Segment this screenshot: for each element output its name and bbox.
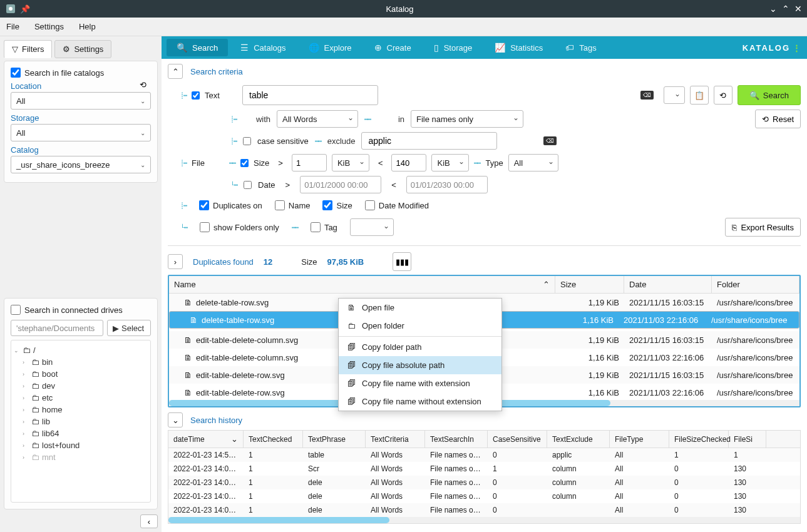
menu-file[interactable]: File bbox=[6, 22, 19, 31]
results-chart-button[interactable]: ▮▮▮ bbox=[393, 252, 411, 271]
tab-statistics[interactable]: 📈Statistics bbox=[485, 39, 553, 56]
size-from-input[interactable] bbox=[292, 154, 327, 171]
history-col[interactable]: FileSi bbox=[729, 431, 766, 448]
history-col[interactable]: TextSearchIn bbox=[425, 431, 488, 448]
filter-icon: ▽ bbox=[12, 44, 18, 54]
paste-button[interactable]: 📋 bbox=[690, 86, 709, 105]
pin-icon[interactable]: 📌 bbox=[20, 4, 30, 14]
size-to-input[interactable] bbox=[391, 154, 426, 171]
tab-storage[interactable]: ▯Storage bbox=[424, 39, 483, 56]
size-from-unit[interactable]: KiB bbox=[332, 154, 369, 171]
results-expand-button[interactable]: › bbox=[168, 254, 183, 269]
history-row[interactable]: 2022-01-23 14:04:451deleAll WordsFile na… bbox=[168, 489, 800, 503]
left-tab-settings[interactable]: ⚙Settings bbox=[54, 40, 111, 58]
plus-icon: ⊕ bbox=[374, 43, 382, 53]
history-col[interactable]: TextExclude bbox=[547, 431, 610, 448]
text-checkbox[interactable] bbox=[192, 91, 200, 100]
left-tab-filters[interactable]: ▽Filters bbox=[4, 40, 52, 58]
cm-copy-name-noext[interactable]: 🗐Copy file name without extension bbox=[339, 392, 501, 411]
search-button[interactable]: 🔍Search bbox=[738, 85, 801, 105]
folder-icon: 🗀 bbox=[31, 369, 39, 379]
reset-icon: ⟲ bbox=[762, 115, 769, 124]
history-col[interactable]: TextCriteria bbox=[366, 431, 425, 448]
folder-icon: 🗀 bbox=[31, 393, 39, 402]
maximize-button[interactable]: ⌃ bbox=[782, 4, 789, 14]
folder-tree[interactable]: ⌄🗀/ ›🗀bin ›🗀boot ›🗀dev ›🗀etc ›🗀home ›🗀li… bbox=[11, 340, 151, 503]
file-icon: 🗎 bbox=[184, 335, 192, 345]
export-results-button[interactable]: ⎘Export Results bbox=[725, 218, 801, 237]
folder-icon: 🗀 bbox=[31, 405, 39, 414]
results-size: 97,85 KiB bbox=[327, 257, 364, 267]
history-col[interactable]: FileType bbox=[610, 431, 669, 448]
type-select[interactable]: All bbox=[508, 154, 558, 171]
history-collapse-button[interactable]: ⌄ bbox=[168, 412, 183, 427]
tab-explore[interactable]: 🌐Explore bbox=[299, 39, 362, 56]
dup-date-checkbox[interactable] bbox=[365, 200, 375, 210]
dup-size-checkbox[interactable] bbox=[322, 200, 332, 210]
col-date[interactable]: Date bbox=[624, 276, 712, 293]
close-button[interactable]: ✕ bbox=[794, 4, 802, 14]
size-checkbox[interactable] bbox=[240, 159, 249, 167]
history-col[interactable]: TextPhrase bbox=[303, 431, 366, 448]
tab-search[interactable]: 🔍Search bbox=[167, 39, 228, 56]
cm-copy-name-ext[interactable]: 🗐Copy file name with extension bbox=[339, 374, 501, 392]
menu-help[interactable]: Help bbox=[79, 22, 96, 31]
col-name[interactable]: Name⌃ bbox=[169, 276, 555, 293]
history-row[interactable]: 2022-01-23 14:05:331deleAll WordsFile na… bbox=[168, 476, 800, 489]
col-folder[interactable]: Folder bbox=[712, 276, 799, 293]
file-icon: 🗎 bbox=[190, 315, 198, 325]
clear-text-icon[interactable]: ⌫ bbox=[640, 91, 654, 100]
cm-open-file[interactable]: 🗎Open file bbox=[339, 299, 501, 317]
tag-select[interactable] bbox=[350, 218, 394, 236]
search-drives-checkbox[interactable] bbox=[11, 305, 21, 315]
history-row[interactable]: 2022-01-23 14:05:401ScrAll WordsFile nam… bbox=[168, 462, 800, 476]
copy-icon: 🗐 bbox=[347, 342, 356, 352]
date-from-input[interactable] bbox=[300, 176, 381, 193]
history-col[interactable]: CaseSensitive bbox=[488, 431, 547, 448]
history-col[interactable]: TextChecked bbox=[244, 431, 303, 448]
collapse-left-panel-button[interactable]: ‹ bbox=[140, 514, 158, 528]
folder-icon: 🗀 bbox=[31, 417, 39, 426]
with-select[interactable]: All Words bbox=[277, 110, 358, 128]
size-to-unit[interactable]: KiB bbox=[431, 154, 469, 171]
reset-button[interactable]: ⟲Reset bbox=[755, 110, 801, 128]
date-to-input[interactable] bbox=[406, 176, 488, 193]
select-path-button[interactable]: ▶Select bbox=[107, 320, 151, 336]
history-row[interactable]: 2022-01-23 14:58:221tableAll WordsFile n… bbox=[168, 448, 800, 462]
search-text-input[interactable] bbox=[242, 85, 378, 105]
duplicates-checkbox[interactable] bbox=[199, 200, 209, 210]
cm-copy-folder-path[interactable]: 🗐Copy folder path bbox=[339, 338, 501, 356]
cm-open-folder[interactable]: 🗀Open folder bbox=[339, 317, 501, 335]
col-size[interactable]: Size bbox=[555, 276, 624, 293]
history-row[interactable]: 2022-01-23 14:04:181deleAll WordsFile na… bbox=[168, 503, 800, 517]
folder-icon: 🗀 bbox=[347, 321, 356, 330]
case-sensitive-checkbox[interactable] bbox=[243, 137, 251, 145]
history-col[interactable]: FileSizeChecked bbox=[669, 431, 729, 448]
dup-name-checkbox[interactable] bbox=[275, 200, 285, 210]
tab-tags[interactable]: 🏷Tags bbox=[555, 39, 606, 56]
text-history-dropdown[interactable] bbox=[664, 86, 685, 104]
catalog-select[interactable]: _usr_share_icons_breeze⌄ bbox=[11, 156, 151, 173]
cm-copy-absolute-path[interactable]: 🗐Copy file absolute path bbox=[339, 356, 501, 374]
tag-checkbox[interactable] bbox=[311, 222, 321, 232]
search-drives-label: Search in connected drives bbox=[24, 305, 123, 315]
storage-select[interactable]: All⌄ bbox=[11, 124, 151, 141]
reset-text-button[interactable]: ⟲ bbox=[714, 86, 732, 105]
location-reset-icon[interactable]: ⟲ bbox=[135, 78, 151, 92]
criteria-collapse-button[interactable]: ⌃ bbox=[168, 64, 183, 79]
location-select[interactable]: All⌄ bbox=[11, 92, 151, 110]
search-catalogs-checkbox[interactable] bbox=[11, 68, 21, 78]
history-col[interactable]: dateTime ⌄ bbox=[168, 431, 244, 448]
history-hscroll[interactable] bbox=[168, 517, 800, 523]
menu-settings[interactable]: Settings bbox=[34, 22, 64, 31]
tab-catalogs[interactable]: ☰Catalogs bbox=[230, 39, 296, 56]
date-checkbox[interactable] bbox=[244, 181, 252, 189]
exclude-input[interactable] bbox=[361, 132, 497, 150]
in-select[interactable]: File names only bbox=[411, 110, 523, 128]
results-count: 12 bbox=[264, 257, 272, 267]
folders-only-checkbox[interactable] bbox=[200, 222, 210, 232]
clear-exclude-icon[interactable]: ⌫ bbox=[543, 136, 557, 145]
path-input[interactable]: 'stephane/Documents bbox=[11, 320, 103, 336]
tab-create[interactable]: ⊕Create bbox=[364, 39, 421, 56]
minimize-button[interactable]: ⌄ bbox=[769, 4, 777, 14]
